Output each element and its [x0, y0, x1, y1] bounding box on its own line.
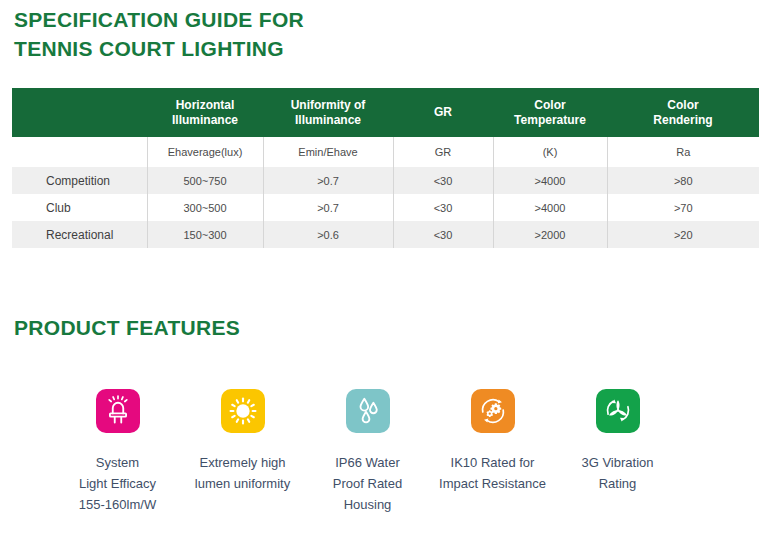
fan-icon [596, 389, 640, 433]
feature-label-line: Extremely high [195, 452, 290, 473]
feature-ip66-waterproof: IP66 Water Proof Rated Housing [305, 389, 430, 515]
feature-label: 3G Vibration Rating [581, 452, 653, 494]
unit-cell [12, 137, 147, 167]
table-units-row: Ehaverage(lux) Emin/Ehave GR (K) Ra [12, 137, 759, 167]
header-cell-gr: GR [393, 88, 493, 137]
data-cell: 500~750 [147, 167, 263, 194]
feature-lumen-uniformity: Extremely high lumen uniformity [180, 389, 305, 515]
header-cell-color-temperature: Color Temperature [493, 88, 607, 137]
features-row: System Light Efficacy 155-160lm/W [55, 389, 680, 515]
unit-cell: GR [393, 137, 493, 167]
header-cell-uniformity: Uniformity of Illuminance [263, 88, 393, 137]
page-title-line2: TENNIS COURT LIGHTING [14, 34, 304, 63]
data-cell: >80 [607, 167, 759, 194]
page-title-line1: SPECIFICATION GUIDE FOR [14, 5, 304, 34]
table-row-competition: Competition 500~750 >0.7 <30 >4000 >80 [12, 167, 759, 194]
data-cell: >4000 [493, 194, 607, 221]
feature-label-line: 155-160lm/W [79, 494, 156, 515]
specification-table: Horizontal Illuminance Uniformity of Ill… [12, 88, 759, 248]
features-title: PRODUCT FEATURES [14, 317, 240, 339]
data-cell: >0.7 [263, 194, 393, 221]
header-cell-horizontal-illuminance: Horizontal Illuminance [147, 88, 263, 137]
feature-ik10-impact: IK10 Rated for Impact Resistance [430, 389, 555, 515]
data-cell: >20 [607, 221, 759, 248]
header-cell-color-rendering: Color Rendering [607, 88, 759, 137]
data-cell: >70 [607, 194, 759, 221]
data-cell: >4000 [493, 167, 607, 194]
feature-label-line: Rating [581, 473, 653, 494]
data-cell: <30 [393, 221, 493, 248]
data-cell: >0.6 [263, 221, 393, 248]
feature-label: Extremely high lumen uniformity [195, 452, 290, 494]
table-header-row: Horizontal Illuminance Uniformity of Ill… [12, 88, 759, 137]
feature-label-line: lumen uniformity [195, 473, 290, 494]
feature-label-line: Impact Resistance [439, 473, 546, 494]
feature-system-light-efficacy: System Light Efficacy 155-160lm/W [55, 389, 180, 515]
feature-label-line: IP66 Water [333, 452, 402, 473]
led-icon [96, 389, 140, 433]
unit-cell: Emin/Ehave [263, 137, 393, 167]
feature-label-line: 3G Vibration [581, 452, 653, 473]
feature-label-line: Proof Rated [333, 473, 402, 494]
water-drops-icon [346, 389, 390, 433]
feature-label-line: Housing [333, 494, 402, 515]
header-cell-category [12, 88, 147, 137]
feature-label-line: Light Efficacy [79, 473, 156, 494]
row-label: Club [12, 194, 147, 221]
data-cell: >2000 [493, 221, 607, 248]
feature-label: IP66 Water Proof Rated Housing [333, 452, 402, 515]
row-label: Competition [12, 167, 147, 194]
unit-cell: Ehaverage(lux) [147, 137, 263, 167]
unit-cell: Ra [607, 137, 759, 167]
page-title: SPECIFICATION GUIDE FOR TENNIS COURT LIG… [14, 5, 304, 63]
data-cell: <30 [393, 167, 493, 194]
table-row-club: Club 300~500 >0.7 <30 >4000 >70 [12, 194, 759, 221]
feature-label-line: IK10 Rated for [439, 452, 546, 473]
feature-3g-vibration: 3G Vibration Rating [555, 389, 680, 515]
feature-label: System Light Efficacy 155-160lm/W [79, 452, 156, 515]
data-cell: 300~500 [147, 194, 263, 221]
table-row-recreational: Recreational 150~300 >0.6 <30 >2000 >20 [12, 221, 759, 248]
feature-label: IK10 Rated for Impact Resistance [439, 452, 546, 494]
unit-cell: (K) [493, 137, 607, 167]
feature-label-line: System [79, 452, 156, 473]
data-cell: >0.7 [263, 167, 393, 194]
sun-icon [221, 389, 265, 433]
data-cell: <30 [393, 194, 493, 221]
gears-icon [471, 389, 515, 433]
data-cell: 150~300 [147, 221, 263, 248]
row-label: Recreational [12, 221, 147, 248]
